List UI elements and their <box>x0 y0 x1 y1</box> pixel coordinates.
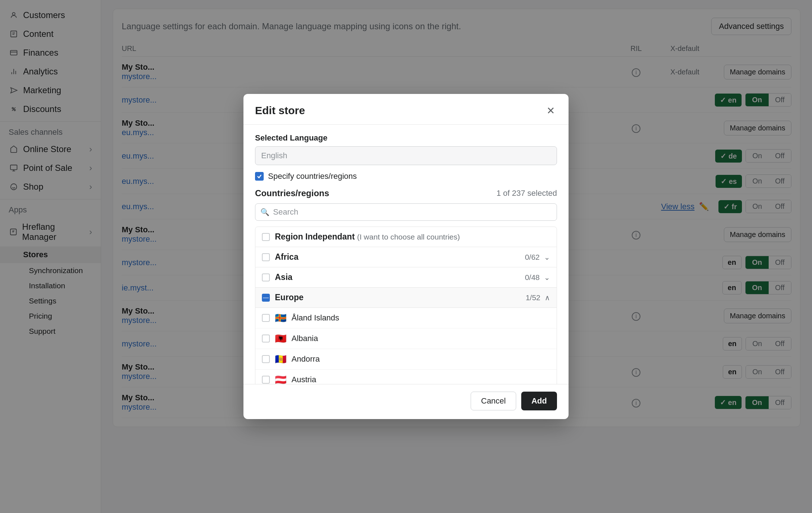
andorra-checkbox[interactable] <box>262 355 270 363</box>
africa-chevron-icon: ⌄ <box>544 253 550 262</box>
europe-checkbox[interactable] <box>262 294 270 302</box>
country-andorra-row[interactable]: 🇦🇩 Andorra <box>255 349 557 370</box>
africa-label: Africa <box>275 252 525 262</box>
austria-checkbox[interactable] <box>262 376 270 384</box>
country-list: Region Independant (I want to choose all… <box>255 227 557 384</box>
modal-header: Edit store ✕ <box>243 94 569 125</box>
africa-count: 0/62 <box>525 253 540 262</box>
europe-group-row[interactable]: Europe 1/52 ∧ <box>255 288 557 308</box>
countries-title: Countries/regions <box>255 188 329 198</box>
modal-footer: Cancel Add <box>243 384 569 419</box>
country-albania-row[interactable]: 🇦🇱 Albania <box>255 328 557 349</box>
specify-checkbox-row: Specify countries/regions <box>255 172 557 181</box>
modal-title: Edit store <box>255 104 305 117</box>
asia-chevron-icon: ⌄ <box>544 273 550 282</box>
cancel-button[interactable]: Cancel <box>471 392 516 410</box>
aland-flag: 🇦🇽 <box>274 313 287 323</box>
europe-label: Europe <box>275 293 526 302</box>
austria-flag: 🇦🇹 <box>274 375 287 384</box>
andorra-flag: 🇦🇩 <box>274 354 287 364</box>
region-independent-label: Region Independant (I want to choose all… <box>275 232 460 242</box>
add-button[interactable]: Add <box>521 392 557 410</box>
asia-count: 0/48 <box>525 273 540 282</box>
country-aland-row[interactable]: 🇦🇽 Åland Islands <box>255 308 557 328</box>
search-icon: 🔍 <box>260 208 269 216</box>
africa-checkbox[interactable] <box>262 253 270 261</box>
country-austria-row[interactable]: 🇦🇹 Austria <box>255 370 557 384</box>
aland-checkbox[interactable] <box>262 314 270 322</box>
asia-label: Asia <box>275 272 525 282</box>
aland-name: Åland Islands <box>291 313 550 323</box>
africa-group-row[interactable]: Africa 0/62 ⌄ <box>255 247 557 267</box>
specify-checkbox-label: Specify countries/regions <box>268 172 357 181</box>
edit-store-modal: Edit store ✕ Selected Language Specify c… <box>243 94 569 419</box>
albania-flag: 🇦🇱 <box>274 333 287 344</box>
asia-checkbox[interactable] <box>262 273 270 281</box>
close-icon: ✕ <box>547 105 555 117</box>
region-independent-row[interactable]: Region Independant (I want to choose all… <box>255 227 557 247</box>
asia-group-row[interactable]: Asia 0/48 ⌄ <box>255 267 557 288</box>
albania-checkbox[interactable] <box>262 335 270 342</box>
country-search-input[interactable] <box>273 207 552 217</box>
countries-section-header: Countries/regions 1 of 237 selected <box>255 188 557 198</box>
region-independent-checkbox[interactable] <box>262 233 270 241</box>
austria-name: Austria <box>291 375 550 384</box>
modal-close-button[interactable]: ✕ <box>544 104 557 117</box>
andorra-name: Andorra <box>291 354 550 364</box>
europe-chevron-icon: ∧ <box>545 293 550 302</box>
modal-body: Selected Language Specify countries/regi… <box>243 125 569 384</box>
europe-count: 1/52 <box>526 293 540 302</box>
modal-overlay: Edit store ✕ Selected Language Specify c… <box>0 0 812 513</box>
country-search-box: 🔍 <box>255 203 557 221</box>
albania-name: Albania <box>291 334 550 343</box>
selected-language-label: Selected Language <box>255 133 557 143</box>
specify-checkbox[interactable] <box>255 172 264 181</box>
selected-language-input[interactable] <box>255 146 557 165</box>
countries-count: 1 of 237 selected <box>496 189 557 198</box>
